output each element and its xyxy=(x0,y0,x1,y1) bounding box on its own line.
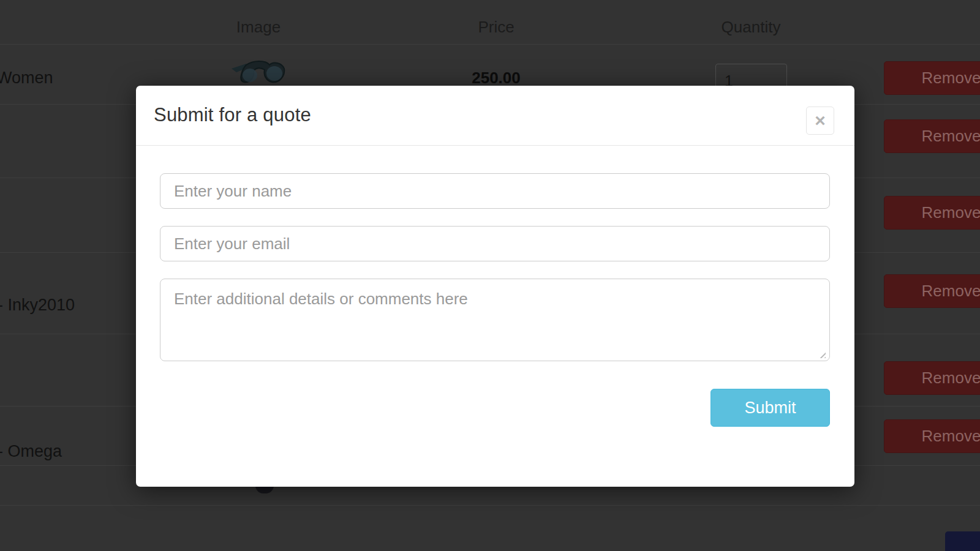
product-name-omega: - Omega xyxy=(0,442,62,461)
name-field[interactable] xyxy=(160,173,830,209)
email-field[interactable] xyxy=(160,226,830,261)
modal-title: Submit for a quote xyxy=(154,104,311,126)
remove-button[interactable]: Remove xyxy=(884,419,980,453)
page: Image Price Quantity Women 250.00 Remove… xyxy=(0,0,980,551)
remove-button[interactable]: Remove xyxy=(884,361,980,395)
details-field[interactable] xyxy=(160,279,830,361)
page-submit-quote-button[interactable] xyxy=(945,531,980,551)
product-name-women: Women xyxy=(0,69,53,88)
column-header-image: Image xyxy=(236,18,281,37)
column-header-quantity: Quantity xyxy=(722,18,781,37)
table-divider xyxy=(0,505,980,506)
close-icon[interactable]: × xyxy=(806,107,834,135)
quote-modal: Submit for a quote × Submit xyxy=(136,86,854,487)
remove-button[interactable]: Remove xyxy=(884,61,980,95)
remove-button[interactable]: Remove xyxy=(884,119,980,153)
table-divider xyxy=(0,44,980,45)
submit-button[interactable]: Submit xyxy=(710,389,830,427)
column-header-price: Price xyxy=(478,18,514,37)
product-name-inky2010: - Inky2010 xyxy=(0,296,75,315)
remove-button[interactable]: Remove xyxy=(884,196,980,230)
price-value: 250.00 xyxy=(472,69,521,88)
remove-button[interactable]: Remove xyxy=(884,274,980,308)
quote-modal-header: Submit for a quote × xyxy=(136,86,854,146)
